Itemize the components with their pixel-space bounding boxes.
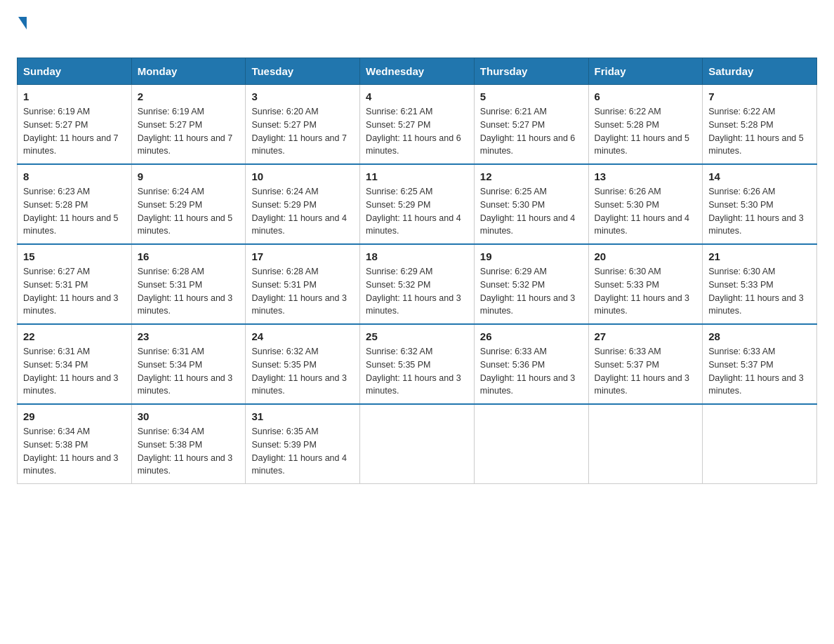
- calendar-cell: 8 Sunrise: 6:23 AMSunset: 5:28 PMDayligh…: [18, 164, 132, 244]
- header-saturday: Saturday: [703, 58, 817, 85]
- day-number: 12: [480, 170, 583, 182]
- calendar-cell: [360, 404, 475, 484]
- day-number: 22: [23, 330, 126, 342]
- day-info: Sunrise: 6:32 AMSunset: 5:35 PMDaylight:…: [366, 347, 461, 396]
- header-thursday: Thursday: [474, 58, 588, 85]
- calendar-cell: 18 Sunrise: 6:29 AMSunset: 5:32 PMDaylig…: [360, 244, 475, 324]
- calendar-cell: 16 Sunrise: 6:28 AMSunset: 5:31 PMDaylig…: [131, 244, 246, 324]
- calendar-cell: 22 Sunrise: 6:31 AMSunset: 5:34 PMDaylig…: [18, 324, 132, 404]
- day-number: 20: [595, 250, 697, 262]
- calendar-table: SundayMondayTuesdayWednesdayThursdayFrid…: [17, 58, 817, 484]
- header-tuesday: Tuesday: [246, 58, 360, 85]
- day-number: 29: [23, 410, 126, 422]
- day-number: 11: [366, 170, 468, 182]
- calendar-cell: [588, 404, 703, 484]
- day-info: Sunrise: 6:22 AMSunset: 5:28 PMDaylight:…: [595, 107, 690, 156]
- day-info: Sunrise: 6:28 AMSunset: 5:31 PMDaylight:…: [251, 267, 347, 316]
- day-info: Sunrise: 6:19 AMSunset: 5:27 PMDaylight:…: [23, 107, 119, 156]
- day-number: 21: [708, 250, 811, 262]
- day-info: Sunrise: 6:26 AMSunset: 5:30 PMDaylight:…: [595, 187, 690, 236]
- page-header: [17, 17, 817, 46]
- day-number: 19: [480, 250, 583, 262]
- calendar-cell: 1 Sunrise: 6:19 AMSunset: 5:27 PMDayligh…: [18, 85, 132, 165]
- calendar-cell: 5 Sunrise: 6:21 AMSunset: 5:27 PMDayligh…: [474, 85, 588, 165]
- calendar-cell: 21 Sunrise: 6:30 AMSunset: 5:33 PMDaylig…: [703, 244, 817, 324]
- day-info: Sunrise: 6:34 AMSunset: 5:38 PMDaylight:…: [23, 427, 119, 476]
- day-info: Sunrise: 6:31 AMSunset: 5:34 PMDaylight:…: [138, 347, 233, 396]
- calendar-cell: 7 Sunrise: 6:22 AMSunset: 5:28 PMDayligh…: [703, 85, 817, 165]
- day-info: Sunrise: 6:31 AMSunset: 5:34 PMDaylight:…: [23, 347, 119, 396]
- calendar-cell: 9 Sunrise: 6:24 AMSunset: 5:29 PMDayligh…: [131, 164, 246, 244]
- day-info: Sunrise: 6:22 AMSunset: 5:28 PMDaylight:…: [708, 107, 804, 156]
- day-number: 6: [595, 90, 697, 102]
- calendar-cell: 24 Sunrise: 6:32 AMSunset: 5:35 PMDaylig…: [246, 324, 360, 404]
- day-info: Sunrise: 6:28 AMSunset: 5:31 PMDaylight:…: [138, 267, 233, 316]
- header-sunday: Sunday: [18, 58, 132, 85]
- calendar-cell: 31 Sunrise: 6:35 AMSunset: 5:39 PMDaylig…: [246, 404, 360, 484]
- calendar-cell: 30 Sunrise: 6:34 AMSunset: 5:38 PMDaylig…: [131, 404, 246, 484]
- day-info: Sunrise: 6:21 AMSunset: 5:27 PMDaylight:…: [366, 107, 461, 156]
- calendar-cell: 23 Sunrise: 6:31 AMSunset: 5:34 PMDaylig…: [131, 324, 246, 404]
- calendar-header-row: SundayMondayTuesdayWednesdayThursdayFrid…: [18, 58, 817, 85]
- day-info: Sunrise: 6:27 AMSunset: 5:31 PMDaylight:…: [23, 267, 119, 316]
- header-wednesday: Wednesday: [360, 58, 475, 85]
- calendar-week-row: 1 Sunrise: 6:19 AMSunset: 5:27 PMDayligh…: [18, 85, 817, 165]
- day-info: Sunrise: 6:21 AMSunset: 5:27 PMDaylight:…: [480, 107, 576, 156]
- day-info: Sunrise: 6:24 AMSunset: 5:29 PMDaylight:…: [251, 187, 347, 236]
- day-info: Sunrise: 6:35 AMSunset: 5:39 PMDaylight:…: [251, 427, 347, 476]
- day-number: 27: [595, 330, 697, 342]
- day-number: 2: [138, 90, 240, 102]
- calendar-week-row: 8 Sunrise: 6:23 AMSunset: 5:28 PMDayligh…: [18, 164, 817, 244]
- calendar-cell: 20 Sunrise: 6:30 AMSunset: 5:33 PMDaylig…: [588, 244, 703, 324]
- logo: [17, 17, 27, 46]
- day-number: 28: [708, 330, 811, 342]
- day-number: 30: [138, 410, 240, 422]
- day-number: 1: [23, 90, 126, 102]
- day-number: 5: [480, 90, 583, 102]
- day-info: Sunrise: 6:34 AMSunset: 5:38 PMDaylight:…: [138, 427, 233, 476]
- calendar-week-row: 15 Sunrise: 6:27 AMSunset: 5:31 PMDaylig…: [18, 244, 817, 324]
- day-info: Sunrise: 6:25 AMSunset: 5:30 PMDaylight:…: [480, 187, 576, 236]
- calendar-cell: 19 Sunrise: 6:29 AMSunset: 5:32 PMDaylig…: [474, 244, 588, 324]
- calendar-cell: [703, 404, 817, 484]
- day-info: Sunrise: 6:29 AMSunset: 5:32 PMDaylight:…: [366, 267, 461, 316]
- day-number: 7: [708, 90, 811, 102]
- day-number: 13: [595, 170, 697, 182]
- day-number: 14: [708, 170, 811, 182]
- day-number: 3: [251, 90, 354, 102]
- calendar-cell: 11 Sunrise: 6:25 AMSunset: 5:29 PMDaylig…: [360, 164, 475, 244]
- calendar-cell: 25 Sunrise: 6:32 AMSunset: 5:35 PMDaylig…: [360, 324, 475, 404]
- header-friday: Friday: [588, 58, 703, 85]
- day-number: 17: [251, 250, 354, 262]
- calendar-cell: 26 Sunrise: 6:33 AMSunset: 5:36 PMDaylig…: [474, 324, 588, 404]
- day-number: 15: [23, 250, 126, 262]
- day-info: Sunrise: 6:33 AMSunset: 5:36 PMDaylight:…: [480, 347, 576, 396]
- header-monday: Monday: [131, 58, 246, 85]
- day-info: Sunrise: 6:20 AMSunset: 5:27 PMDaylight:…: [251, 107, 347, 156]
- day-number: 8: [23, 170, 126, 182]
- calendar-cell: 6 Sunrise: 6:22 AMSunset: 5:28 PMDayligh…: [588, 85, 703, 165]
- day-number: 31: [251, 410, 354, 422]
- calendar-cell: 28 Sunrise: 6:33 AMSunset: 5:37 PMDaylig…: [703, 324, 817, 404]
- day-number: 10: [251, 170, 354, 182]
- day-info: Sunrise: 6:24 AMSunset: 5:29 PMDaylight:…: [138, 187, 233, 236]
- calendar-cell: 4 Sunrise: 6:21 AMSunset: 5:27 PMDayligh…: [360, 85, 475, 165]
- day-info: Sunrise: 6:30 AMSunset: 5:33 PMDaylight:…: [595, 267, 690, 316]
- day-info: Sunrise: 6:30 AMSunset: 5:33 PMDaylight:…: [708, 267, 804, 316]
- day-number: 16: [138, 250, 240, 262]
- calendar-cell: 13 Sunrise: 6:26 AMSunset: 5:30 PMDaylig…: [588, 164, 703, 244]
- day-number: 18: [366, 250, 468, 262]
- day-info: Sunrise: 6:33 AMSunset: 5:37 PMDaylight:…: [708, 347, 804, 396]
- day-info: Sunrise: 6:32 AMSunset: 5:35 PMDaylight:…: [251, 347, 347, 396]
- calendar-cell: [474, 404, 588, 484]
- day-info: Sunrise: 6:26 AMSunset: 5:30 PMDaylight:…: [708, 187, 804, 236]
- day-info: Sunrise: 6:25 AMSunset: 5:29 PMDaylight:…: [366, 187, 461, 236]
- day-info: Sunrise: 6:33 AMSunset: 5:37 PMDaylight:…: [595, 347, 690, 396]
- day-number: 24: [251, 330, 354, 342]
- calendar-cell: 10 Sunrise: 6:24 AMSunset: 5:29 PMDaylig…: [246, 164, 360, 244]
- day-info: Sunrise: 6:29 AMSunset: 5:32 PMDaylight:…: [480, 267, 576, 316]
- day-number: 25: [366, 330, 468, 342]
- calendar-cell: 17 Sunrise: 6:28 AMSunset: 5:31 PMDaylig…: [246, 244, 360, 324]
- day-number: 4: [366, 90, 468, 102]
- calendar-cell: 2 Sunrise: 6:19 AMSunset: 5:27 PMDayligh…: [131, 85, 246, 165]
